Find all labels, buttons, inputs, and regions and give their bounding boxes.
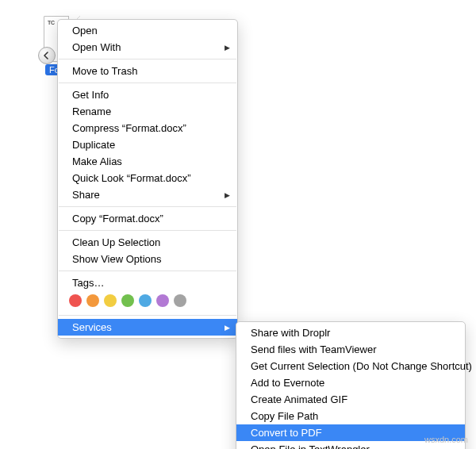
menu-view-options[interactable]: Show View Options [58,251,237,267]
menu-quick-look[interactable]: Quick Look “Format.docx” [58,170,237,186]
tag-red[interactable] [69,294,82,307]
submenu-get-selection[interactable]: Get Current Selection (Do Not Change Sho… [236,358,465,374]
menu-make-alias[interactable]: Make Alias [58,153,237,170]
menu-tags-label[interactable]: Tags… [58,274,237,291]
file-type-badge: TC [48,20,55,25]
tag-blue[interactable] [139,294,152,307]
submenu-teamviewer[interactable]: Send files with TeamViewer [236,341,465,358]
menu-open[interactable]: Open [58,22,237,39]
menu-compress[interactable]: Compress “Format.docx” [58,120,237,136]
context-menu: Open Open With Move to Trash Get Info Re… [57,19,238,339]
menu-trash[interactable]: Move to Trash [58,63,237,79]
menu-separator [59,315,236,316]
back-arrow-icon [38,47,56,64]
tag-purple[interactable] [156,294,169,307]
menu-copy[interactable]: Copy “Format.docx” [58,210,237,227]
tag-gray[interactable] [174,294,186,307]
menu-rename[interactable]: Rename [58,103,237,120]
tag-green[interactable] [121,294,134,307]
submenu-evernote[interactable]: Add to Evernote [236,374,465,391]
menu-share[interactable]: Share [58,186,237,203]
submenu-animated-gif[interactable]: Create Animated GIF [236,391,465,408]
menu-get-info[interactable]: Get Info [58,86,237,103]
services-submenu: Share with Droplr Send files with TeamVi… [236,321,466,449]
menu-open-with[interactable]: Open With [58,39,237,56]
menu-duplicate[interactable]: Duplicate [58,136,237,153]
menu-tags-row [58,291,237,312]
menu-services[interactable]: Services [58,319,237,336]
menu-separator [59,271,236,271]
menu-separator [59,83,236,83]
tag-yellow[interactable] [104,294,117,307]
menu-clean-up[interactable]: Clean Up Selection [58,234,237,251]
menu-separator [59,59,236,59]
watermark: wsxdn.com [424,435,468,444]
menu-separator [59,206,236,207]
submenu-share-droplr[interactable]: Share with Droplr [236,324,465,341]
tag-orange[interactable] [86,294,99,307]
menu-separator [59,230,236,231]
submenu-copy-path[interactable]: Copy File Path [236,408,465,424]
